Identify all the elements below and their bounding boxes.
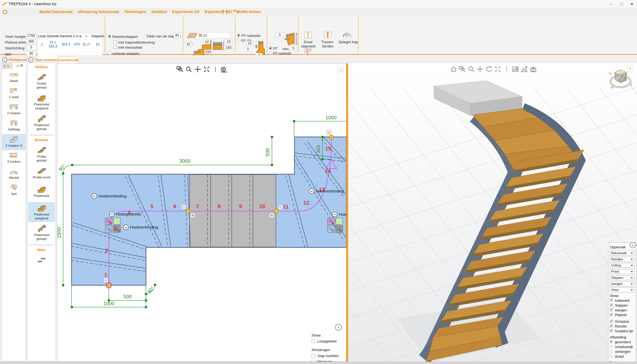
tab-constructie[interactable]: Constructie <box>58 57 77 64</box>
add-step-button[interactable]: + <box>190 213 195 218</box>
surface-dropdown-vulling[interactable]: Vulling <box>610 263 634 268</box>
menu-tab-5[interactable]: Exporteren 3D <box>205 10 232 14</box>
expand-2d-icon[interactable]: ↗ <box>338 68 343 74</box>
spiegel-label[interactable]: Spiegel trap <box>338 40 356 44</box>
sidebar-item-3-hoeken[interactable]: 3 hoeken <box>2 150 25 166</box>
corner-option-swatch[interactable] <box>113 218 120 224</box>
wang-dim1-input[interactable]: 10 <box>185 42 192 46</box>
tussen-label-1[interactable]: Tussen- <box>321 40 335 44</box>
tussen-label-2[interactable]: bordes <box>321 44 335 48</box>
scene-icon[interactable] <box>521 66 527 72</box>
vloer-hoogte-input[interactable]: 2750 <box>26 34 36 38</box>
add-step-button[interactable]: + <box>270 213 274 218</box>
radio-draad[interactable]: draad <box>610 354 634 359</box>
wel-input[interactable]: 30 <box>26 51 36 56</box>
undo-icon[interactable] <box>233 10 238 14</box>
collapse-panel-icon[interactable]: › <box>630 242 636 248</box>
roosterstappen-radio[interactable] <box>108 34 111 38</box>
aanvang-v2-input[interactable]: 0 <box>245 47 251 51</box>
draai-label-1[interactable]: Draai <box>301 40 315 44</box>
remove-step-button[interactable]: − <box>181 204 186 209</box>
aanvang-v1-input[interactable]: 10 <box>246 41 253 46</box>
sidebar-item-spil[interactable]: Spil <box>2 183 25 198</box>
zoom-icon[interactable] <box>186 67 191 72</box>
minimize-button[interactable]: – <box>606 0 616 8</box>
home-icon[interactable] <box>451 67 456 72</box>
corner-option-swatch[interactable] <box>105 218 112 224</box>
zoomwin-icon[interactable] <box>459 66 465 72</box>
save-icon[interactable] <box>222 10 228 14</box>
corner-option-swatch[interactable] <box>328 226 334 232</box>
corner-option-swatch[interactable] <box>336 226 343 232</box>
table-row[interactable]: 115 x 183,3 303.3670 31,1°15 <box>38 40 104 50</box>
scherpe-stappen-radio[interactable] <box>108 52 111 55</box>
image-icon[interactable] <box>513 67 518 72</box>
canvas-2d[interactable]: 3000 1500 1000 500 303 500 1000 90° 90° … <box>57 64 346 362</box>
ff0-radio[interactable] <box>237 38 241 42</box>
construction-item-profiel-recht[interactable]: Profiel recht <box>28 166 55 183</box>
verdrewing-icon[interactable] <box>304 48 312 56</box>
remove-step-button[interactable]: − <box>327 130 331 135</box>
construction-item-plaatmetal-zaagtand[interactable]: Plaatmetalzaagtand <box>28 92 55 112</box>
radio-verborgen[interactable]: verborgen <box>610 350 634 354</box>
collapse-type-icon[interactable]: ‹ <box>29 57 34 62</box>
trapondersteuning-checkbox[interactable] <box>113 40 117 44</box>
startrichting-input[interactable]: 0 <box>26 45 36 50</box>
construction-item-plaatmetal-getrapt[interactable]: Plaatmetalgetrapt <box>28 113 55 133</box>
corner-option-swatch[interactable] <box>328 218 334 224</box>
surface-dropdown-stappen[interactable]: Stappen <box>610 275 634 280</box>
ff-optrede-radio[interactable] <box>269 51 272 55</box>
radio-gerenderd[interactable]: gerenderd <box>610 340 634 345</box>
construction-item-plaatmetal-getrapt[interactable]: Plaatmetalgetrapt <box>28 223 55 242</box>
wang-dim3-input[interactable]: 150 <box>204 50 212 54</box>
surface-dropdown-bandjes[interactable]: Bandjes <box>610 257 634 262</box>
spiegel-trap-icon[interactable] <box>342 32 352 38</box>
surface-dropdown-posts[interactable]: Posts <box>610 269 634 274</box>
construction-item-profiel-getrapt[interactable]: Profielgetrapt <box>28 145 55 164</box>
canvas-3d[interactable]: W S N BOVEN LINKS ACHTER ↗ › Oppervlak B… <box>348 64 637 362</box>
construction-item-profiel-getrapt[interactable]: Profielgetrapt <box>28 72 55 91</box>
fit-icon[interactable] <box>495 67 500 72</box>
camera-icon[interactable] <box>530 67 536 72</box>
construction-item-niets[interactable] <box>28 254 55 268</box>
annotation-hoekgedeelte[interactable]: Hoekgedeelte <box>332 212 346 217</box>
remove-step-button[interactable]: − <box>103 278 108 282</box>
ff-plus-optrede-radio[interactable] <box>237 34 241 37</box>
wang-dim4-input[interactable]: 10 <box>225 39 233 44</box>
checkbox[interactable] <box>312 354 315 357</box>
draai-staprand-icon[interactable] <box>304 32 312 38</box>
construction-item-plaatmetal-zaagtand[interactable]: Plaatmetalzaagtand <box>28 202 55 222</box>
zoomwin-icon[interactable] <box>177 67 183 72</box>
surface-dropdown-wangen[interactable]: wangen <box>610 282 634 286</box>
wang-dim5-input[interactable]: 150 <box>225 45 233 50</box>
landing-section[interactable] <box>189 174 276 247</box>
pan-icon[interactable] <box>195 66 201 72</box>
expand-3d-icon[interactable]: ↗ <box>627 66 633 72</box>
nav-cube[interactable]: W S N BOVEN LINKS ACHTER <box>608 70 633 90</box>
show-check-gradiënt-lijn[interactable]: Gradiënt lijn <box>610 329 634 334</box>
corner-option-swatch[interactable] <box>336 218 343 224</box>
tussenbordes-icon[interactable] <box>324 32 332 38</box>
menu-tab-2[interactable]: Tekeningen <box>124 10 146 14</box>
show-check-schaduw[interactable]: Schaduw <box>610 320 634 324</box>
plafond-erboven-input[interactable]: 300 <box>26 39 36 44</box>
zoom-icon[interactable] <box>469 67 474 72</box>
maximize-button[interactable]: □ <box>617 0 626 8</box>
uitgang-min-input[interactable]: 0 <box>290 46 297 50</box>
sidebar-item-2-hoeken-s[interactable]: 2 hoeken S <box>2 134 25 150</box>
ff-radio[interactable] <box>269 46 272 50</box>
collapse-plattegrond-icon[interactable]: ‹ <box>2 57 7 62</box>
loopgebied-checkbox[interactable] <box>312 340 315 343</box>
show-check-stappen[interactable]: Stappen <box>610 304 634 308</box>
dikte-input[interactable]: 40 <box>173 33 180 38</box>
draai-label-2[interactable]: staprand <box>301 44 315 48</box>
surface-dropdown-balustrade[interactable]: Balustrade <box>610 251 634 256</box>
tab-left[interactable]: L <box>2 63 13 69</box>
sidebar-item-steek[interactable]: Steek <box>2 70 25 86</box>
show-check-rooster[interactable]: Rooster <box>610 324 634 329</box>
menu-tab-3[interactable]: Stuklijst <box>151 10 167 14</box>
construction-item-plaatmetal[interactable]: Plaatmetal <box>28 184 55 201</box>
sidebar-item-wentel[interactable]: Wentel <box>2 166 25 182</box>
collapse-overlay-icon[interactable]: › <box>335 324 342 330</box>
home-icon[interactable] <box>2 9 8 14</box>
